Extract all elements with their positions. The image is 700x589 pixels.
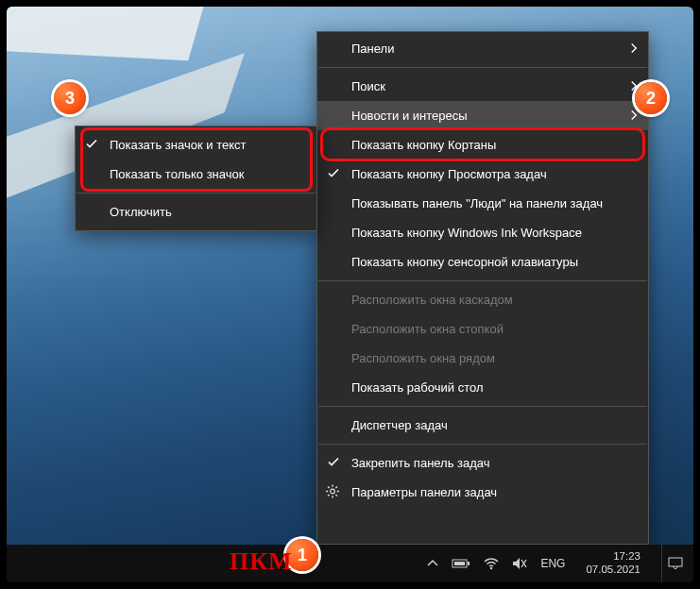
check-icon <box>327 166 340 182</box>
tray-overflow-icon[interactable] <box>427 558 438 569</box>
menu-separator <box>77 193 316 194</box>
menu-label: Диспетчер задач <box>351 418 448 432</box>
gear-icon <box>325 483 340 501</box>
svg-point-0 <box>331 489 335 494</box>
menu-item-taskbar-settings[interactable]: Параметры панели задач <box>317 478 648 507</box>
menu-label: Показать кнопку сенсорной клавиатуры <box>351 255 578 269</box>
chevron-right-icon <box>630 79 639 93</box>
menu-item-search[interactable]: Поиск <box>317 72 648 101</box>
menu-item-show-desktop[interactable]: Показать рабочий стол <box>317 373 648 402</box>
clock-time: 17:23 <box>613 550 640 564</box>
menu-item-side-by-side: Расположить окна рядом <box>317 344 648 373</box>
menu-item-touch-keyboard[interactable]: Показать кнопку сенсорной клавиатуры <box>317 247 648 277</box>
menu-separator <box>318 67 647 68</box>
menu-item-lock-taskbar[interactable]: Закрепить панель задач <box>317 448 648 478</box>
menu-separator <box>318 406 647 407</box>
menu-item-task-manager[interactable]: Диспетчер задач <box>317 411 648 440</box>
menu-item-cortana-button[interactable]: Показать кнопку Кортаны <box>317 130 648 160</box>
menu-separator <box>318 444 647 445</box>
system-tray: ENG 17:23 07.05.2021 <box>421 545 693 582</box>
clock-date: 07.05.2021 <box>586 564 640 577</box>
clock[interactable]: 17:23 07.05.2021 <box>578 550 648 577</box>
menu-label: Поиск <box>351 79 385 93</box>
menu-label: Показать кнопку Просмотра задач <box>351 167 547 181</box>
menu-label: Показывать панель "Люди" на панели задач <box>351 196 603 210</box>
menu-label: Показать кнопку Windows Ink Workspace <box>351 226 582 240</box>
svg-rect-15 <box>669 558 682 566</box>
svg-line-6 <box>335 494 337 496</box>
menu-label: Расположить окна рядом <box>351 351 495 365</box>
taskbar[interactable]: ENG 17:23 07.05.2021 <box>7 545 693 582</box>
news-interests-submenu: Показать значок и текст Показать только … <box>75 126 317 231</box>
svg-rect-11 <box>454 562 465 565</box>
menu-label: Показать кнопку Кортаны <box>351 138 496 152</box>
check-icon <box>85 137 98 153</box>
volume-icon[interactable] <box>512 557 527 570</box>
check-icon <box>327 455 340 471</box>
svg-line-7 <box>328 494 330 496</box>
menu-separator <box>318 280 647 281</box>
language-indicator[interactable]: ENG <box>540 557 565 570</box>
menu-label: Новости и интересы <box>351 109 468 123</box>
menu-label: Панели <box>351 42 394 56</box>
menu-label: Расположить окна каскадом <box>351 293 513 307</box>
menu-item-news-interests[interactable]: Новости и интересы <box>317 101 648 130</box>
menu-label: Показать рабочий стол <box>351 380 483 395</box>
menu-label: Параметры панели задач <box>351 485 497 499</box>
menu-label: Закрепить панель задач <box>351 456 490 470</box>
menu-label: Показать только значок <box>110 167 244 181</box>
menu-item-cascade: Расположить окна каскадом <box>317 285 648 314</box>
svg-point-12 <box>490 567 492 569</box>
wifi-icon[interactable] <box>484 557 499 570</box>
menu-item-stack: Расположить окна стопкой <box>317 314 648 344</box>
menu-label: Показать значок и текст <box>110 138 246 152</box>
menu-item-toolbars[interactable]: Панели <box>317 34 648 63</box>
submenu-item-turn-off[interactable]: Отключить <box>76 197 316 227</box>
menu-item-taskview-button[interactable]: Показать кнопку Просмотра задач <box>317 160 648 189</box>
submenu-item-icon-only[interactable]: Показать только значок <box>76 160 316 189</box>
menu-item-windows-ink[interactable]: Показать кнопку Windows Ink Workspace <box>317 218 648 247</box>
menu-item-people-bar[interactable]: Показывать панель "Люди" на панели задач <box>317 189 648 218</box>
chevron-right-icon <box>630 42 639 56</box>
submenu-item-icon-and-text[interactable]: Показать значок и текст <box>76 130 316 160</box>
battery-icon[interactable] <box>452 558 470 569</box>
taskbar-context-menu: Панели Поиск Новости и интересы Показать <box>316 31 649 545</box>
menu-label: Отключить <box>110 205 172 219</box>
svg-line-8 <box>335 486 337 488</box>
action-center-icon[interactable] <box>661 545 688 582</box>
chevron-right-icon <box>630 109 639 123</box>
svg-line-5 <box>328 486 330 488</box>
svg-rect-10 <box>468 562 470 565</box>
menu-label: Расположить окна стопкой <box>351 322 504 336</box>
